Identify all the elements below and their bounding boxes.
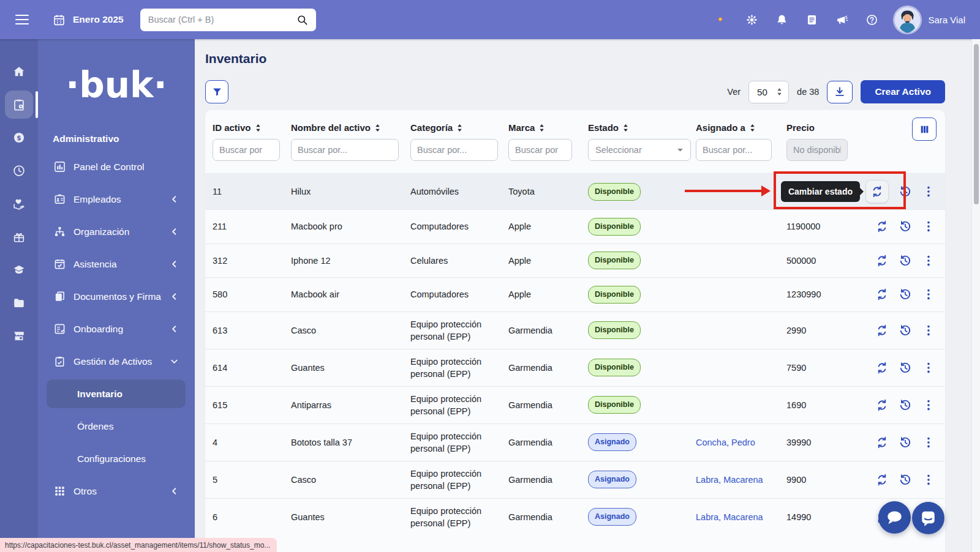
change-status-button[interactable] [875,398,889,412]
rail-item-time[interactable] [0,154,38,187]
cell-category: Computadores [410,220,508,233]
calendar-icon [53,13,66,26]
rail-item-training[interactable] [0,253,38,286]
sidebar-item-onboarding[interactable]: Onboarding [47,313,186,345]
table-row: 6GuantesEquipo protección personal (EPP)… [205,498,945,535]
rail-item-assets[interactable] [0,88,38,121]
history-button[interactable] [899,361,912,375]
history-button[interactable] [899,288,912,301]
rail-item-marketplace[interactable] [0,319,38,352]
history-button[interactable] [899,220,912,233]
chat-launcher-messenger[interactable] [912,502,944,534]
change-status-button[interactable] [875,288,889,301]
rail-item-gifts[interactable] [0,220,38,253]
change-status-button[interactable] [875,254,889,267]
announcements-megaphone-icon[interactable] [835,13,848,26]
column-header-status[interactable]: Estado [588,122,696,133]
rail-item-payroll[interactable]: $ [0,121,38,154]
sidebar-item-asistencia[interactable]: Asistencia [47,248,186,280]
sidebar-item-organizacion[interactable]: Organización [47,215,186,248]
changelog-document-icon[interactable] [805,13,818,26]
table-controls: Ver 50 de 38 Crear Activo [727,80,945,103]
filter-input-assigned[interactable] [696,139,772,161]
cell-id: 6 [213,511,291,523]
sidebar-item-gestion-de-activos[interactable]: Gestión de Activos [47,345,186,378]
rail-item-documents[interactable] [0,286,38,319]
download-button[interactable] [827,81,853,103]
column-header-category[interactable]: Categoría [410,122,508,133]
per-page-select[interactable]: 50 [748,81,789,103]
cell-status: Asignado [588,471,696,488]
rail-item-home[interactable] [0,55,38,88]
sidebar-item-otros[interactable]: Otros [47,475,186,507]
history-button[interactable] [899,254,912,267]
column-header-assigned[interactable]: Asignado a [696,122,786,133]
chevron-left-icon [170,324,179,334]
row-menu-button[interactable] [922,185,935,198]
filter-input-category[interactable] [410,139,498,161]
row-menu-button[interactable] [922,254,935,267]
cell-name: Casco [291,474,410,486]
columns-toggle-button[interactable] [912,117,937,141]
settings-gear-icon[interactable] [745,13,758,26]
assignee-link[interactable]: Labra, Macarena [696,475,763,485]
history-button[interactable] [899,185,912,198]
sidebar-item-documentos-y-firma[interactable]: Documentos y Firma [47,280,186,313]
cell-category: Equipo protección personal (EPP) [410,430,508,455]
assignee-link[interactable]: Concha, Pedro [696,438,755,447]
history-button[interactable] [899,398,912,412]
row-menu-button[interactable] [922,473,935,487]
column-header-name[interactable]: Nombre del activo [291,122,410,133]
row-menu-button[interactable] [922,220,935,233]
filter-select-status[interactable]: Seleccionar [588,139,691,161]
filter-button[interactable] [205,80,228,103]
buk-logo[interactable]: ·buk· [38,39,195,131]
change-status-button[interactable] [875,324,889,337]
row-menu-button[interactable] [922,361,935,375]
period-selector[interactable]: Enero 2025 [53,13,124,26]
sidebar-item-empleados[interactable]: Empleados [47,183,186,215]
search-icon[interactable] [296,14,308,26]
row-menu-button[interactable] [922,288,935,301]
cell-id: 5 [213,474,291,486]
help-icon[interactable] [865,13,878,26]
row-menu-button[interactable] [922,436,935,449]
history-button[interactable] [899,473,912,487]
chat-launcher-bubble[interactable] [878,501,911,534]
create-asset-button[interactable]: Crear Activo [861,80,945,103]
sort-icon [255,124,262,132]
change-status-button[interactable] [875,436,889,449]
change-status-button[interactable] [875,220,889,233]
change-status-button[interactable] [875,361,889,375]
column-header-id[interactable]: ID activo [213,122,291,133]
sidebar-subitem-configuraciones[interactable]: Configuraciones [47,442,186,475]
others-grid-icon [54,485,66,497]
notifications-bell-icon[interactable] [775,13,788,26]
filter-input-id[interactable] [213,139,280,161]
history-button[interactable] [899,436,912,449]
cell-category: Equipo protección personal (EPP) [410,505,508,529]
sidebar-subitem-ordenes[interactable]: Órdenes [47,410,186,442]
payroll-dollar-icon: $ [12,131,26,144]
search-input[interactable] [148,15,296,24]
assignee-link[interactable]: Labra, Macarena [696,512,763,522]
sidebar-subitem-inventario[interactable]: Inventario [47,379,186,408]
row-menu-button[interactable] [922,324,935,337]
scrollbar-thumb[interactable] [974,44,979,204]
column-header-brand[interactable]: Marca [508,122,588,133]
filter-input-brand[interactable] [508,139,572,161]
history-button[interactable] [899,324,912,337]
filter-input-name[interactable] [291,139,399,161]
menu-toggle-button[interactable] [15,12,29,28]
avatar[interactable] [894,7,921,33]
change-status-button[interactable] [875,473,889,487]
topbar-actions: Sara Vial [695,7,965,33]
change-status-hover-chip[interactable]: Cambiar estado [865,180,889,203]
cell-assigned: Labra, Macarena [696,511,786,523]
cell-status: Disponible [588,218,696,236]
buk-rewards-icon[interactable] [712,12,728,28]
cell-assigned: Labra, Macarena [696,474,786,486]
rail-item-benefits[interactable] [0,187,38,220]
row-menu-button[interactable] [922,398,935,412]
sidebar-item-panel-de-control[interactable]: Panel de Control [47,151,186,183]
